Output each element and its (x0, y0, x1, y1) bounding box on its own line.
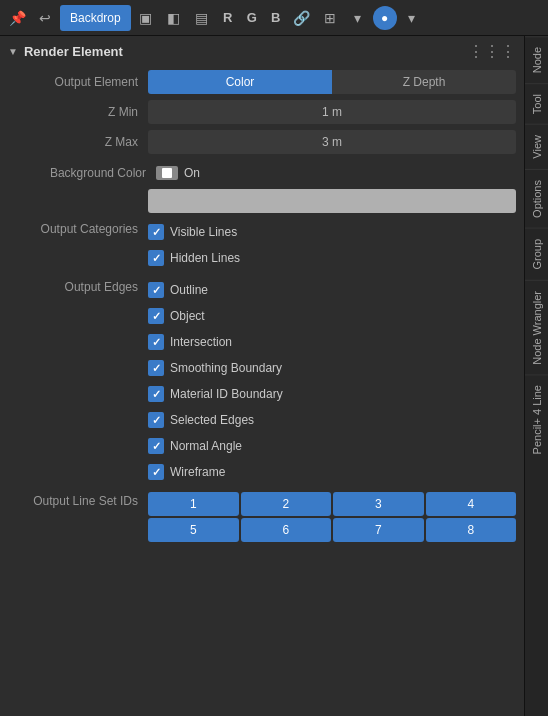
selected-edges-row: Selected Edges (148, 408, 516, 432)
z-max-control (148, 130, 516, 154)
background-color-label: Background Color (16, 166, 156, 180)
view-icon-1[interactable]: ▣ (133, 5, 159, 31)
section-collapse-icon[interactable]: ▼ (8, 46, 18, 57)
intersection-label: Intersection (170, 335, 232, 349)
view-icon-2[interactable]: ◧ (161, 5, 187, 31)
outline-label: Outline (170, 283, 208, 297)
line-set-btn-5[interactable]: 5 (148, 518, 239, 542)
backdrop-button[interactable]: Backdrop (60, 5, 131, 31)
object-row: Object (148, 304, 516, 328)
color-swatch-bar[interactable] (148, 189, 516, 213)
more-icon[interactable]: ▾ (399, 5, 425, 31)
section-options-icon[interactable]: ⋮⋮⋮ (468, 42, 516, 61)
b-button[interactable]: B (265, 7, 287, 29)
toolbar: 📌 ↩ Backdrop ▣ ◧ ▤ R G B 🔗 ⊞ ▾ ● ▾ (0, 0, 548, 36)
view-icon-3[interactable]: ▤ (189, 5, 215, 31)
line-set-ids-section: Output Line Set IDs 1 2 3 4 5 6 7 8 (0, 488, 524, 546)
sidebar-tab-node[interactable]: Node (525, 36, 548, 83)
right-sidebar: Node Tool View Options Group Node Wrangl… (524, 36, 548, 716)
wireframe-checkbox[interactable] (148, 464, 164, 480)
hidden-lines-checkbox[interactable] (148, 250, 164, 266)
normal-angle-label: Normal Angle (170, 439, 242, 453)
object-checkbox[interactable] (148, 308, 164, 324)
hidden-lines-label: Hidden Lines (170, 251, 240, 265)
line-set-btn-7[interactable]: 7 (333, 518, 424, 542)
undo-icon[interactable]: ↩ (32, 5, 58, 31)
sidebar-tab-pencil4-line[interactable]: Pencil+ 4 Line (525, 374, 548, 464)
sidebar-tab-node-wrangler[interactable]: Node Wrangler (525, 280, 548, 375)
visible-lines-row: Visible Lines (148, 220, 516, 244)
z-max-label: Z Max (8, 135, 148, 149)
sidebar-tab-options[interactable]: Options (525, 169, 548, 228)
line-set-ids-label: Output Line Set IDs (8, 492, 148, 508)
z-min-label: Z Min (8, 105, 148, 119)
visible-lines-label: Visible Lines (170, 225, 237, 239)
toggle-indicator (162, 168, 172, 178)
link-icon[interactable]: 🔗 (289, 5, 315, 31)
output-edges-checkboxes: Outline Object Intersection Smoothing Bo… (148, 278, 516, 484)
line-set-btn-3[interactable]: 3 (333, 492, 424, 516)
visible-lines-checkbox[interactable] (148, 224, 164, 240)
output-element-color-btn[interactable]: Color (148, 70, 332, 94)
intersection-checkbox[interactable] (148, 334, 164, 350)
outline-checkbox[interactable] (148, 282, 164, 298)
profile-icon[interactable]: ● (373, 6, 397, 30)
background-color-toggle[interactable]: On (156, 166, 200, 180)
output-categories-checkboxes: Visible Lines Hidden Lines (148, 220, 516, 270)
intersection-row: Intersection (148, 330, 516, 354)
output-element-segmented: Color Z Depth (148, 70, 516, 94)
output-categories-label: Output Categories (8, 220, 148, 236)
z-min-input[interactable] (148, 100, 516, 124)
pin-icon[interactable]: 📌 (4, 5, 30, 31)
smoothing-boundary-label: Smoothing Boundary (170, 361, 282, 375)
z-max-input[interactable] (148, 130, 516, 154)
g-button[interactable]: G (241, 7, 263, 29)
toggle-label: On (184, 166, 200, 180)
line-set-btn-1[interactable]: 1 (148, 492, 239, 516)
selected-edges-checkbox[interactable] (148, 412, 164, 428)
chevron-down-icon[interactable]: ▾ (345, 5, 371, 31)
line-set-ids-grid: 1 2 3 4 5 6 7 8 (148, 492, 516, 542)
output-edges-section: Output Edges Outline Object Intersection… (0, 274, 524, 488)
output-element-label: Output Element (8, 75, 148, 89)
object-label: Object (170, 309, 205, 323)
r-button[interactable]: R (217, 7, 239, 29)
sidebar-tab-group[interactable]: Group (525, 228, 548, 280)
line-set-ids-grid-wrapper: 1 2 3 4 5 6 7 8 (148, 492, 516, 542)
output-element-control: Color Z Depth (148, 70, 516, 94)
material-id-boundary-label: Material ID Boundary (170, 387, 283, 401)
outline-row: Outline (148, 278, 516, 302)
normal-angle-checkbox[interactable] (148, 438, 164, 454)
line-set-btn-6[interactable]: 6 (241, 518, 332, 542)
sidebar-tab-view[interactable]: View (525, 124, 548, 169)
sidebar-tab-tool[interactable]: Tool (525, 83, 548, 124)
material-id-boundary-checkbox[interactable] (148, 386, 164, 402)
line-set-btn-2[interactable]: 2 (241, 492, 332, 516)
smoothing-boundary-checkbox[interactable] (148, 360, 164, 376)
hidden-lines-row: Hidden Lines (148, 246, 516, 270)
background-color-section: Background Color On (0, 157, 524, 216)
section-title: Render Element (24, 44, 462, 59)
output-element-zdepth-btn[interactable]: Z Depth (332, 70, 516, 94)
main-panel: ▼ Render Element ⋮⋮⋮ Output Element Colo… (0, 36, 524, 716)
wireframe-row: Wireframe (148, 460, 516, 484)
output-categories-section: Output Categories Visible Lines Hidden L… (0, 216, 524, 274)
z-min-row: Z Min (0, 97, 524, 127)
toggle-box[interactable] (156, 166, 178, 180)
line-set-btn-4[interactable]: 4 (426, 492, 517, 516)
smoothing-boundary-row: Smoothing Boundary (148, 356, 516, 380)
z-min-control (148, 100, 516, 124)
output-element-row: Output Element Color Z Depth (0, 67, 524, 97)
background-color-row: Background Color On (8, 160, 516, 186)
wireframe-label: Wireframe (170, 465, 225, 479)
section-header: ▼ Render Element ⋮⋮⋮ (0, 36, 524, 67)
material-id-boundary-row: Material ID Boundary (148, 382, 516, 406)
z-max-row: Z Max (0, 127, 524, 157)
grid-icon[interactable]: ⊞ (317, 5, 343, 31)
content-wrapper: ▼ Render Element ⋮⋮⋮ Output Element Colo… (0, 36, 548, 716)
normal-angle-row: Normal Angle (148, 434, 516, 458)
selected-edges-label: Selected Edges (170, 413, 254, 427)
line-set-btn-8[interactable]: 8 (426, 518, 517, 542)
output-edges-label: Output Edges (8, 278, 148, 294)
